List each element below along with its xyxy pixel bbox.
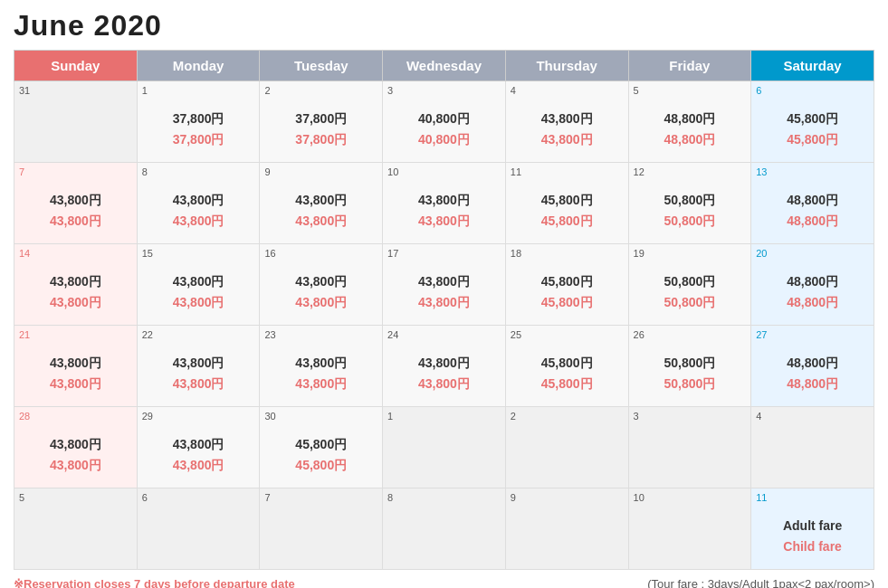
day-number: 16 <box>264 248 377 259</box>
day-number: 5 <box>19 492 132 503</box>
child-fare: 43,800円 <box>50 374 101 394</box>
calendar-cell: 2843,800円43,800円 <box>14 407 138 488</box>
day-number: 3 <box>634 411 747 422</box>
calendar-cell: 9 <box>505 488 628 570</box>
adult-fare: 48,800円 <box>664 109 715 128</box>
calendar-cell: 31 <box>14 81 138 163</box>
calendar-cell: 1348,800円48,800円 <box>751 163 874 244</box>
calendar-cell: 4 <box>751 407 874 488</box>
day-number: 7 <box>19 166 132 177</box>
fare-block: 43,800円43,800円 <box>19 262 132 321</box>
child-fare: 48,800円 <box>787 211 838 231</box>
calendar-week-row: 743,800円43,800円843,800円43,800円943,800円43… <box>14 163 874 244</box>
fare-block: 50,800円50,800円 <box>634 262 747 321</box>
footer-reservation-note: ※Reservation closes 7 days before depart… <box>14 577 295 588</box>
legend-adult-label: Adult fare <box>783 516 842 536</box>
fare-block: 43,800円43,800円 <box>142 344 255 403</box>
child-fare: 40,800円 <box>418 129 470 149</box>
child-fare: 50,800円 <box>664 211 715 231</box>
day-number: 1 <box>387 411 501 422</box>
adult-fare: 50,800円 <box>664 353 715 373</box>
day-number: 6 <box>756 85 869 96</box>
calendar-cell: 340,800円40,800円 <box>383 81 506 163</box>
calendar-cell: 1 <box>383 407 506 488</box>
calendar-cell: 2 <box>505 407 628 488</box>
fare-block: 50,800円50,800円 <box>634 181 747 240</box>
child-fare: 43,800円 <box>418 374 470 394</box>
fare-block: 48,800円48,800円 <box>756 181 869 240</box>
calendar-cell: 443,800円43,800円 <box>505 81 628 163</box>
fare-block: 43,800円43,800円 <box>264 262 377 321</box>
fare-block: 43,800円43,800円 <box>387 181 501 240</box>
adult-fare: 45,800円 <box>541 271 593 291</box>
child-fare: 43,800円 <box>173 211 224 231</box>
day-number: 13 <box>756 166 869 177</box>
fare-block: 43,800円43,800円 <box>19 181 132 240</box>
child-fare: 43,800円 <box>541 129 593 149</box>
day-number: 31 <box>19 85 132 96</box>
day-number: 9 <box>511 492 624 503</box>
calendar-cell: 10 <box>628 488 751 570</box>
fare-block: 48,800円48,800円 <box>756 262 869 321</box>
calendar-cell: 943,800円43,800円 <box>260 163 383 244</box>
calendar-week-row: 1443,800円43,800円1543,800円43,800円1643,800… <box>14 244 874 326</box>
calendar-cell: 1543,800円43,800円 <box>137 244 260 326</box>
calendar-header-friday: Friday <box>628 51 751 81</box>
child-fare: 48,800円 <box>787 292 838 312</box>
calendar-cell: 2143,800円43,800円 <box>14 326 138 407</box>
day-number: 24 <box>387 329 501 340</box>
child-fare: 43,800円 <box>173 455 224 475</box>
day-number: 18 <box>511 248 624 259</box>
adult-fare: 37,800円 <box>173 109 224 128</box>
fare-block: 43,800円43,800円 <box>19 344 132 403</box>
adult-fare: 48,800円 <box>787 190 838 210</box>
day-number: 25 <box>511 329 624 340</box>
day-number: 6 <box>142 492 255 503</box>
calendar-week-row: 2843,800円43,800円2943,800円43,800円3045,800… <box>14 407 874 488</box>
fare-block: 43,800円43,800円 <box>264 344 377 403</box>
adult-fare: 40,800円 <box>418 109 470 128</box>
day-number: 17 <box>387 248 501 259</box>
calendar-cell: 1743,800円43,800円 <box>383 244 506 326</box>
day-number: 4 <box>511 85 624 96</box>
calendar-cell: 6 <box>137 488 260 570</box>
calendar-cell: 11Adult fareChild fare <box>751 488 874 570</box>
fare-block: 37,800円37,800円 <box>142 100 255 158</box>
calendar-cell: 137,800円37,800円 <box>137 81 260 163</box>
adult-fare: 45,800円 <box>541 353 593 373</box>
calendar-cell: 8 <box>383 488 506 570</box>
adult-fare: 45,800円 <box>295 434 347 454</box>
calendar-cell: 1043,800円43,800円 <box>383 163 506 244</box>
day-number: 1 <box>142 85 255 96</box>
calendar-header-sunday: Sunday <box>14 51 138 81</box>
day-number: 29 <box>142 411 255 422</box>
day-number: 10 <box>634 492 747 503</box>
day-number: 10 <box>387 166 501 177</box>
calendar-cell: 2545,800円45,800円 <box>505 326 628 407</box>
adult-fare: 50,800円 <box>664 190 715 210</box>
calendar-cell: 2048,800円48,800円 <box>751 244 874 326</box>
calendar-header-monday: Monday <box>137 51 260 81</box>
adult-fare: 43,800円 <box>173 271 224 291</box>
day-number: 20 <box>756 248 869 259</box>
fare-block: 50,800円50,800円 <box>634 344 747 403</box>
adult-fare: 43,800円 <box>418 271 470 291</box>
adult-fare: 43,800円 <box>173 353 224 373</box>
child-fare: 45,800円 <box>541 211 593 231</box>
day-number: 23 <box>264 329 377 340</box>
fare-block: 43,800円43,800円 <box>264 181 377 240</box>
calendar-cell: 548,800円48,800円 <box>628 81 751 163</box>
day-number: 2 <box>264 85 377 96</box>
calendar-cell: 3 <box>628 407 751 488</box>
child-fare: 50,800円 <box>664 292 715 312</box>
day-number: 11 <box>511 166 624 177</box>
child-fare: 43,800円 <box>295 211 347 231</box>
fare-block: 40,800円40,800円 <box>387 100 501 158</box>
child-fare: 37,800円 <box>173 129 224 149</box>
calendar-header-wednesday: Wednesday <box>383 51 506 81</box>
child-fare: 37,800円 <box>295 129 347 149</box>
day-number: 9 <box>264 166 377 177</box>
adult-fare: 48,800円 <box>787 271 838 291</box>
calendar-cell: 1950,800円50,800円 <box>628 244 751 326</box>
calendar-cell: 5 <box>14 488 138 570</box>
